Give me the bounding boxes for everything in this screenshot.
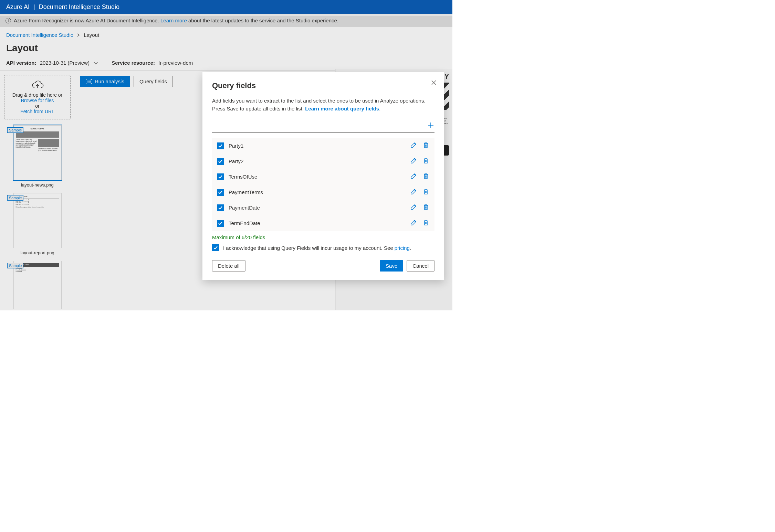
edit-field-button[interactable] — [410, 203, 417, 212]
field-checkbox[interactable] — [217, 142, 224, 149]
pricing-link[interactable]: pricing — [395, 245, 410, 251]
save-button[interactable]: Save — [380, 260, 403, 272]
field-row: TermsOfUse — [212, 169, 434, 184]
max-fields-note: Maximum of 6/20 fields — [212, 234, 434, 240]
field-checkbox[interactable] — [217, 158, 224, 165]
brand-text: Azure AI — [6, 3, 30, 10]
field-name-label: PaymentDate — [229, 205, 405, 211]
modal-footer: Delete all Save Cancel — [212, 260, 434, 272]
modal-description: Add fields you want to extract to the li… — [212, 97, 434, 113]
field-name-label: Party1 — [229, 143, 405, 149]
edit-field-button[interactable] — [410, 219, 417, 227]
field-name-label: PaymentTerms — [229, 189, 405, 195]
field-name-label: TermEndDate — [229, 220, 405, 226]
delete-field-button[interactable] — [422, 219, 430, 227]
app-header: Azure AI | Document Intelligence Studio — [0, 0, 452, 14]
field-checkbox[interactable] — [217, 189, 224, 196]
close-icon[interactable] — [431, 80, 437, 86]
field-row: Party2 — [212, 153, 434, 169]
field-row: PaymentTerms — [212, 184, 434, 200]
field-list: Party1Party2TermsOfUsePaymentTermsPaymen… — [212, 138, 434, 231]
modal-title: Query fields — [212, 81, 434, 90]
field-name-label: Party2 — [229, 158, 405, 164]
field-name-label: TermsOfUse — [229, 174, 405, 180]
field-row: Party1 — [212, 138, 434, 153]
delete-field-button[interactable] — [422, 157, 430, 166]
edit-field-button[interactable] — [410, 172, 417, 181]
acknowledge-checkbox[interactable] — [212, 244, 219, 251]
field-checkbox[interactable] — [217, 204, 224, 211]
field-row: TermEndDate — [212, 215, 434, 231]
field-row: PaymentDate — [212, 200, 434, 215]
acknowledge-row: I acknowledge that using Query Fields wi… — [212, 244, 434, 251]
add-field-row — [212, 121, 434, 132]
field-checkbox[interactable] — [217, 220, 224, 227]
delete-field-button[interactable] — [422, 188, 430, 196]
delete-field-button[interactable] — [422, 141, 430, 150]
edit-field-button[interactable] — [410, 188, 417, 196]
field-checkbox[interactable] — [217, 173, 224, 180]
delete-field-button[interactable] — [422, 203, 430, 212]
product-text: Document Intelligence Studio — [39, 3, 119, 10]
header-separator: | — [31, 3, 37, 10]
delete-all-button[interactable]: Delete all — [212, 260, 245, 272]
cancel-button[interactable]: Cancel — [407, 260, 434, 272]
learn-more-query-fields-link[interactable]: Learn more about query fields — [305, 106, 379, 111]
edit-field-button[interactable] — [410, 157, 417, 166]
delete-field-button[interactable] — [422, 172, 430, 181]
add-field-button[interactable] — [427, 121, 434, 130]
query-fields-modal: Query fields Add fields you want to extr… — [202, 72, 444, 280]
edit-field-button[interactable] — [410, 141, 417, 150]
